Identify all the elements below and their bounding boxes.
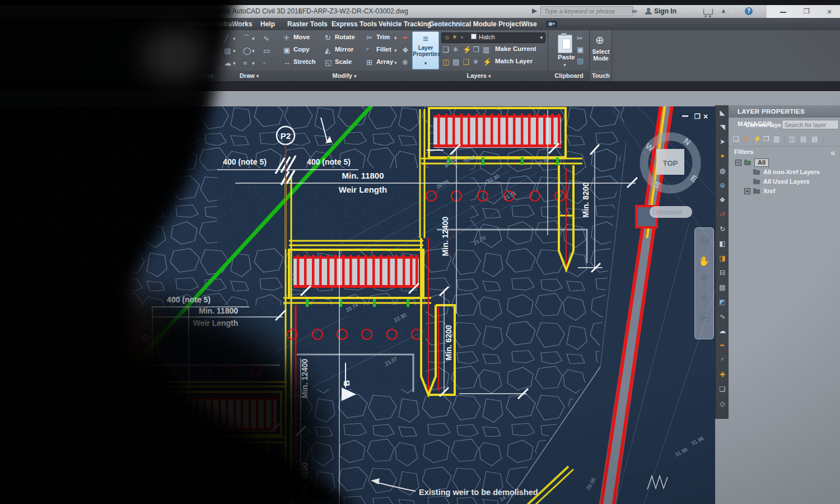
new-group-filter-icon[interactable]: ▤ xyxy=(800,135,806,143)
sign-in-dropdown-icon[interactable]: ▾ xyxy=(684,8,687,14)
tree-label-used[interactable]: All Used Layers xyxy=(763,178,810,185)
paste-button[interactable]: Paste xyxy=(558,54,575,60)
layer-color-swatch[interactable] xyxy=(471,34,477,39)
layer-tool-icon[interactable]: ▥ xyxy=(483,46,489,53)
toolbar-icon[interactable]: ◩ xyxy=(716,295,729,309)
toolbar-icon[interactable]: ◨ xyxy=(716,251,729,265)
layer-tool-icon[interactable]: ✳ xyxy=(473,58,479,66)
sign-in-button[interactable]: Sign In xyxy=(654,7,676,15)
ribbon-options-icon[interactable]: ▣▾ xyxy=(546,21,557,27)
help-icon[interactable]: ? xyxy=(745,7,753,15)
scale-icon[interactable]: ◱ xyxy=(325,59,332,66)
infocenter-search-input[interactable] xyxy=(540,6,633,16)
match-layer-button[interactable]: Match Layer xyxy=(495,58,533,64)
toolbar-icon[interactable]: ◇ xyxy=(716,396,729,411)
select-mode-crosshair-icon[interactable]: ⊕ xyxy=(595,35,604,45)
toolbar-icon[interactable]: ◣ xyxy=(716,105,729,120)
layer-select-combo[interactable]: ☼ ☀ ▫ Hatch ▾ xyxy=(441,32,545,43)
toolbar-icon[interactable]: ✚ xyxy=(716,367,729,382)
panel-views-label[interactable]: Views xyxy=(190,71,220,81)
array-button[interactable]: Array xyxy=(376,58,393,65)
arc-icon[interactable]: ⌒ xyxy=(243,35,250,42)
line-dropdown-icon[interactable]: ▾ xyxy=(233,36,236,41)
copy-clip-icon[interactable]: ▣ xyxy=(577,46,584,53)
trim-icon[interactable]: ✂ xyxy=(366,34,372,41)
doc-restore-button[interactable]: ❐ xyxy=(694,113,701,120)
menu-express-tools[interactable]: Express Tools xyxy=(332,20,377,28)
doc-close-button[interactable]: × xyxy=(703,112,708,121)
restore-button[interactable]: ❐ xyxy=(804,7,810,15)
copy-button[interactable]: Copy xyxy=(293,46,310,53)
layer-on-bulb-icon[interactable]: ☼ xyxy=(444,34,450,40)
zoom-dropdown-icon[interactable]: ▾ xyxy=(695,283,713,288)
stretch-button[interactable]: Stretch xyxy=(293,58,316,65)
layer-properties-button[interactable]: ≡ Layer Properties ▾ xyxy=(412,31,439,69)
tree-label-xref[interactable]: Xref xyxy=(763,188,775,194)
tree-item-xref[interactable]: + Xref xyxy=(729,186,840,196)
toolbar-icon[interactable]: ⊟ xyxy=(716,265,729,280)
spline-icon[interactable]: ≈ xyxy=(243,59,247,67)
tree-item-used[interactable]: All Used Layers xyxy=(729,177,840,186)
menu-infraworks[interactable]: Autodesk InfraWorks xyxy=(185,20,252,28)
layer-tool-icon[interactable]: ❑ xyxy=(442,46,449,53)
layer-thaw-sun-icon[interactable]: ☀ xyxy=(452,34,458,41)
wheel-dropdown-icon[interactable]: ▾ xyxy=(695,247,713,252)
layer-states-icon[interactable]: ▥ xyxy=(773,135,780,143)
panel-touch-label[interactable]: Touch xyxy=(590,71,612,81)
toolbar-icon[interactable]: ✒ xyxy=(716,338,729,353)
layer-tool-icon[interactable]: ❒ xyxy=(473,46,479,53)
explode-icon[interactable]: ❋ xyxy=(402,59,408,66)
rotate-icon[interactable]: ↻ xyxy=(325,34,331,41)
panel-layers-label[interactable]: Layers ▾ xyxy=(410,71,548,81)
move-icon[interactable]: ✛ xyxy=(283,34,290,41)
move-button[interactable]: Move xyxy=(293,34,310,40)
showmotion-icon[interactable]: ▶ xyxy=(700,313,709,321)
expand-node-icon[interactable]: + xyxy=(744,188,750,194)
layer-combo-dropdown-icon[interactable]: ▾ xyxy=(540,35,543,40)
match-properties-brush-icon[interactable]: ✒ xyxy=(402,34,408,41)
toolbar-icon[interactable]: ◜ xyxy=(716,353,729,367)
menu-raster-tools[interactable]: Raster Tools xyxy=(287,20,328,28)
paste-icon[interactable] xyxy=(558,35,572,53)
hatch-icon[interactable]: ▨ xyxy=(224,47,231,54)
point-icon[interactable]: ◦ xyxy=(263,59,266,67)
search-expand-icon[interactable]: ▶ xyxy=(532,7,537,15)
pan-icon[interactable]: ✋ xyxy=(695,255,713,267)
revcloud-icon[interactable]: ☁ xyxy=(224,59,231,67)
search-binoculars-icon[interactable]: ∞ xyxy=(632,7,637,15)
toolbar-icon[interactable]: ↻ xyxy=(716,222,729,236)
fillet-button[interactable]: Fillet xyxy=(376,46,391,53)
layer-tool-icon[interactable]: ▤ xyxy=(452,58,459,66)
toolbar-icon[interactable]: ◥ xyxy=(716,120,729,134)
tree-item-all[interactable]: − ✓ All xyxy=(729,158,840,167)
delete-layer-icon[interactable]: ⚡ xyxy=(753,135,762,143)
revcloud-dropdown-icon[interactable]: ▾ xyxy=(233,61,236,66)
rotate-button[interactable]: Rotate xyxy=(335,34,355,40)
menu-geotechnical-module[interactable]: Geotechnical Module xyxy=(429,20,497,28)
toolbar-icon[interactable]: ☁ xyxy=(716,324,729,338)
menu-projectwise[interactable]: ProjectWise xyxy=(498,20,537,28)
orbit-icon[interactable]: ✛ xyxy=(695,292,713,304)
layer-unlock-icon[interactable]: ▫ xyxy=(461,34,463,40)
navigation-wheel-icon[interactable]: ◎ xyxy=(695,234,713,247)
arc-dropdown-icon[interactable]: ▾ xyxy=(252,36,255,41)
paste-dropdown-icon[interactable]: ▾ xyxy=(563,63,566,68)
tree-item-non-xref[interactable]: All non-Xref Layers xyxy=(729,167,840,177)
array-icon[interactable]: ⊞ xyxy=(366,59,372,66)
circle-dropdown-icon[interactable]: ▾ xyxy=(252,49,255,54)
fillet-icon[interactable]: ◜ xyxy=(366,46,369,54)
make-current-button[interactable]: Make Current xyxy=(495,45,536,52)
polyline-icon[interactable]: ∿ xyxy=(263,35,269,42)
layer-tool-icon[interactable]: ✳ xyxy=(452,46,459,53)
layer-tool-icon[interactable]: ❑ xyxy=(463,58,469,66)
new-property-filter-icon[interactable]: ◫ xyxy=(789,135,795,143)
toolbar-icon[interactable]: ▤ xyxy=(716,280,729,295)
autodesk-app-icon[interactable]: ▲ xyxy=(720,7,727,15)
layer-tool-icon[interactable]: ⚡ xyxy=(483,58,492,66)
rectangle-icon[interactable]: ▭ xyxy=(263,47,270,54)
array-dropdown-icon[interactable]: ▾ xyxy=(394,60,397,66)
menu-help[interactable]: Help xyxy=(260,20,275,28)
toolbar-icon[interactable]: ➤ xyxy=(716,134,729,149)
ucs-label[interactable]: Unnamed xyxy=(653,208,682,216)
line-icon[interactable]: ╱ xyxy=(224,35,228,42)
